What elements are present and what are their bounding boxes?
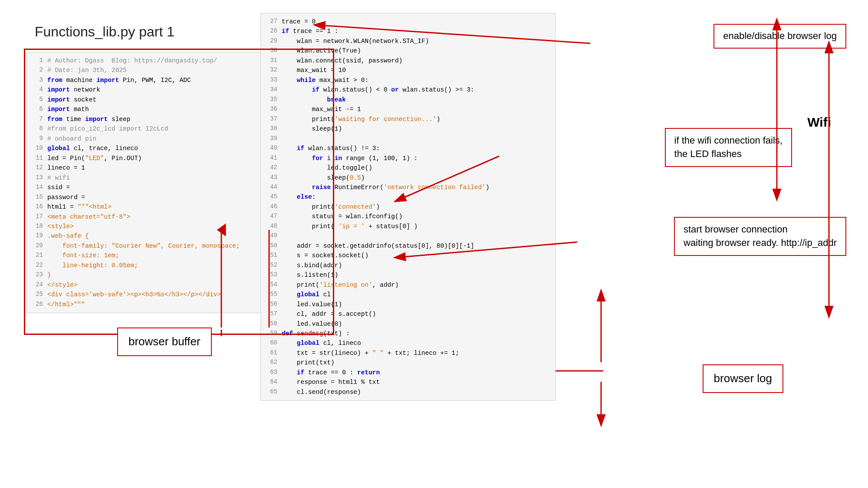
- left-code-panel: 1# Author: Dgass Blog: https://dangasdiy…: [26, 52, 269, 313]
- page-title: Functions_lib.py part 1: [35, 24, 174, 40]
- wifi-label: Wifi: [807, 115, 831, 130]
- enable-disable-annotation: enable/disable browser log: [713, 24, 846, 49]
- browser-connection-annotation: start browser connectionwaiting browser …: [674, 217, 846, 256]
- wifi-fail-annotation: if the wifi connection fails,the LED fla…: [665, 128, 792, 167]
- browser-buffer-annotation: browser buffer: [117, 328, 212, 356]
- right-code-panel: 27trace = 0 28if trace == 1 : 29 wlan = …: [260, 13, 556, 401]
- browser-log-annotation: browser log: [703, 364, 783, 393]
